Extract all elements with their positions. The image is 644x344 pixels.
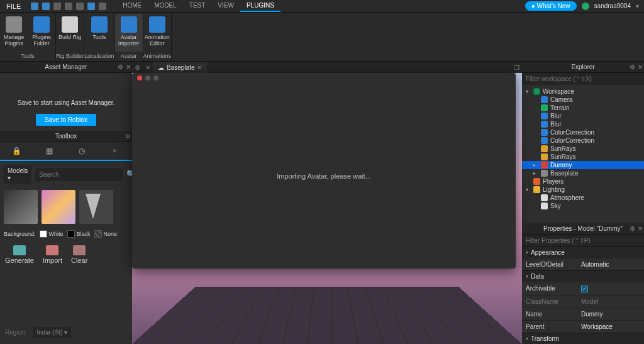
ribbon-button[interactable]: Build Rig	[56, 14, 84, 52]
tree-node[interactable]: Atmosphere	[522, 194, 644, 202]
tab-view[interactable]: VIEW	[211, 0, 240, 12]
tree-node[interactable]: Sky	[522, 202, 644, 210]
ribbon-button[interactable]: Animation Editor	[143, 14, 171, 52]
undo-icon[interactable]	[65, 3, 72, 10]
chevron-down-icon[interactable]: ▾	[636, 3, 639, 9]
tree-node[interactable]: ColorCorrection	[522, 128, 644, 136]
document-tab-baseplate[interactable]: ☁ Baseplate ✕	[153, 62, 207, 73]
property-row[interactable]: NameDummy	[522, 308, 644, 320]
toolbox-category-select[interactable]: Models ▾	[4, 165, 31, 184]
tree-node-icon	[541, 203, 548, 209]
section-appearance[interactable]: ▾Appearance	[522, 247, 644, 258]
tree-node[interactable]: ▾Workspace	[522, 87, 644, 96]
tree-node[interactable]: Blur	[522, 120, 644, 128]
asset-manager-title: Asset Manager	[45, 64, 87, 70]
tree-node[interactable]: Blur	[522, 112, 644, 120]
clear-button[interactable]: Clear	[71, 245, 87, 264]
toolbox-tab-inventory[interactable]: ▦	[33, 147, 65, 155]
ribbon-button[interactable]: Plugins Folder	[28, 14, 55, 52]
tab-home[interactable]: HOME	[116, 0, 148, 12]
tree-node[interactable]: Players	[522, 177, 644, 186]
tree-node[interactable]: SunRays	[522, 145, 644, 153]
tab-plugins[interactable]: PLUGINS	[240, 0, 280, 12]
expand-arrow-icon[interactable]: ▸	[533, 162, 538, 168]
bg-none-swatch[interactable]	[94, 230, 102, 238]
bg-white-swatch[interactable]	[40, 230, 47, 238]
close-icon[interactable]: ✕	[638, 225, 643, 232]
region-label: Region:	[5, 329, 26, 336]
max-dot-icon[interactable]	[153, 75, 158, 80]
ribbon-label: Animation Editor	[143, 34, 171, 47]
expand-arrow-icon[interactable]: ▾	[526, 187, 531, 192]
toolbox-tab-creations[interactable]: ♀	[98, 147, 131, 155]
gear-icon[interactable]: ⚙	[132, 64, 143, 71]
ribbon-icon	[149, 16, 165, 33]
whats-new-button[interactable]: ● What's New	[525, 1, 577, 11]
close-icon[interactable]: ✕	[126, 64, 131, 70]
property-value[interactable]: Dummy	[577, 308, 644, 320]
property-row[interactable]: ParentWorkspace	[522, 320, 644, 333]
popout-icon[interactable]: ❐	[514, 64, 519, 71]
section-transform[interactable]: ▾Transform	[522, 333, 644, 344]
tab-model[interactable]: MODEL	[148, 0, 183, 12]
toolbox-search-input[interactable]	[35, 168, 123, 181]
bg-black-swatch[interactable]	[67, 230, 75, 238]
region-value: India (IN)	[36, 329, 62, 336]
dialog-titlebar[interactable]	[132, 73, 516, 83]
ribbon-button[interactable]: Avatar Importer	[115, 14, 143, 52]
tree-node[interactable]: ▸Dummy	[522, 161, 644, 169]
qat-icon[interactable]	[42, 3, 50, 10]
tree-node[interactable]: ▸Baseplate	[522, 169, 644, 177]
section-data[interactable]: ▾Data	[522, 270, 644, 282]
username-label[interactable]: sandraa9004	[594, 3, 631, 9]
gear-icon[interactable]: ⚙	[125, 133, 131, 140]
gear-icon[interactable]: ⚙	[118, 64, 123, 70]
explorer-filter-input[interactable]	[522, 73, 644, 85]
collab-icon[interactable]	[582, 3, 589, 10]
toolbox-tab-marketplace[interactable]: 🔒	[0, 147, 33, 155]
tree-node[interactable]: Camera	[522, 96, 644, 104]
asset-thumbnail[interactable]	[79, 190, 113, 224]
save-to-roblox-button[interactable]: Save to Roblox	[36, 114, 96, 126]
close-icon[interactable]: ✕	[638, 64, 643, 70]
min-dot-icon[interactable]	[145, 75, 150, 80]
tree-node[interactable]: SunRays	[522, 153, 644, 161]
tree-node[interactable]: ColorCorrection	[522, 136, 644, 145]
expand-arrow-icon[interactable]: ▾	[526, 89, 531, 94]
close-dot-icon[interactable]	[137, 75, 142, 80]
property-value[interactable]: ✓	[577, 282, 644, 295]
tab-test[interactable]: TEST	[183, 0, 212, 12]
qat-icon[interactable]	[87, 3, 95, 10]
toolbox-tab-recent[interactable]: ◷	[65, 147, 98, 155]
tree-node-icon	[541, 104, 548, 111]
ribbon-button[interactable]: Tools	[86, 14, 113, 52]
gear-icon[interactable]: ⚙	[630, 64, 635, 70]
redo-icon[interactable]	[76, 3, 84, 10]
document-tab-label: Baseplate	[167, 64, 194, 71]
import-button[interactable]: Import	[43, 245, 62, 264]
tab-close-icon[interactable]: ✕	[197, 64, 202, 71]
gear-icon[interactable]: ⚙	[630, 225, 635, 232]
properties-filter-input[interactable]	[522, 235, 644, 247]
tree-node-icon	[541, 129, 548, 136]
qat-icon[interactable]	[99, 3, 106, 10]
ribbon-group-label: Animations	[143, 52, 172, 61]
generate-button[interactable]: Generate	[5, 245, 34, 264]
ribbon-button[interactable]: Manage Plugins	[0, 14, 28, 52]
property-row[interactable]: Archivable✓	[522, 282, 644, 295]
qat-icon[interactable]	[31, 3, 38, 10]
asset-thumbnail[interactable]	[4, 190, 38, 224]
property-value[interactable]: Automatic	[577, 258, 644, 270]
expand-arrow-icon[interactable]: ▸	[533, 170, 538, 176]
property-value[interactable]: Workspace	[577, 321, 644, 333]
property-row[interactable]: LevelOfDetailAutomatic	[522, 258, 644, 270]
qat-icon[interactable]	[53, 3, 61, 10]
asset-thumbnail[interactable]	[42, 190, 75, 224]
file-menu[interactable]: FILE	[0, 3, 27, 10]
checkbox-checked-icon[interactable]: ✓	[581, 286, 588, 292]
tree-node[interactable]: ▾Lighting	[522, 186, 644, 194]
toolbox-tabs: 🔒 ▦ ◷ ♀	[0, 142, 132, 161]
tree-node[interactable]: Terrain	[522, 104, 644, 112]
region-select[interactable]: India (IN) ▾	[33, 327, 71, 338]
close-icon[interactable]: ✕	[143, 64, 153, 71]
